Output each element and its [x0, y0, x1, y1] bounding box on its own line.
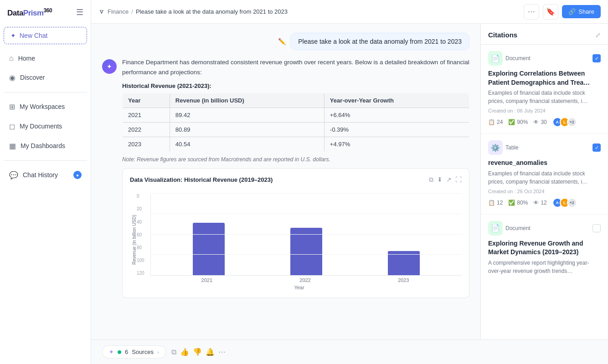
- bar[interactable]: [193, 223, 225, 275]
- citation-card-header: 📄 Document: [488, 221, 601, 236]
- pages-icon: 📋: [488, 200, 495, 206]
- chart-copy-icon[interactable]: ⧉: [429, 176, 433, 184]
- chart-expand-icon[interactable]: ⛶: [455, 176, 462, 184]
- x-label: 2022: [256, 277, 355, 283]
- citation-checkbox[interactable]: ✓: [593, 144, 601, 152]
- bar-group: [258, 228, 355, 275]
- citations-header: Citations ⤢: [481, 24, 608, 45]
- sources-pill[interactable]: ✦ 6 Sources ›: [102, 345, 166, 359]
- citation-card: ⚙️ Table ✓ revenue_anomalies Examples of…: [481, 134, 608, 215]
- sources-label: Sources: [132, 349, 154, 355]
- citation-type-label: Document: [505, 225, 531, 231]
- new-chat-button[interactable]: ✦ New Chat: [4, 27, 87, 44]
- citations-panel: Citations ⤢ 📄 Document ✓ Exploring Corre…: [480, 24, 608, 339]
- share-icon: 🔗: [568, 8, 576, 15]
- sidebar-item-documents[interactable]: ◻ My Documents: [4, 118, 87, 135]
- citation-views: 👁 30: [533, 119, 546, 125]
- citations-list: 📄 Document ✓ Exploring Correlations Betw…: [481, 45, 608, 284]
- citation-title: Exploring Correlations Between Patient D…: [488, 69, 601, 87]
- citation-card: 📄 Document ✓ Exploring Correlations Betw…: [481, 45, 608, 134]
- chart-download-icon[interactable]: ⬇: [437, 176, 443, 184]
- citation-desc: Examples of financial data include stock…: [488, 169, 601, 186]
- x-label: 2021: [158, 277, 256, 283]
- citation-checkbox[interactable]: ✓: [593, 54, 601, 62]
- ai-message: ✦ Finance Department has demonstrated co…: [102, 57, 469, 303]
- citation-avatars: AL +2: [552, 198, 577, 208]
- hamburger-icon[interactable]: ☰: [76, 7, 83, 17]
- home-icon: ⌂: [9, 54, 14, 62]
- more-options-button[interactable]: ⋯: [524, 4, 539, 20]
- thumbdown-button[interactable]: 👎: [193, 348, 202, 356]
- revenue-table: Year Revenue (in billion USD) Year-over-…: [122, 93, 469, 152]
- x-axis-label: Year: [137, 285, 462, 290]
- y-axis: 120 100 80 60 40 20 0: [137, 194, 150, 276]
- new-chat-icon: ✦: [10, 32, 16, 39]
- breadcrumb: ⛛ Finance / Please take a look at the da…: [98, 8, 288, 15]
- citation-title: revenue_anomalies: [488, 159, 601, 168]
- thumbup-button[interactable]: 👍: [180, 348, 189, 356]
- sidebar-item-discover[interactable]: ◉ Discover: [4, 69, 87, 87]
- sources-count: 6: [125, 349, 128, 355]
- sidebar-item-home[interactable]: ⌂ Home: [4, 50, 87, 67]
- chart-export-icon[interactable]: ↗: [446, 176, 452, 184]
- citation-card-header: ⚙️ Table ✓: [488, 140, 601, 155]
- chart-actions: ⧉ ⬇ ↗ ⛶: [429, 176, 462, 184]
- citation-type: 📄 Document: [488, 221, 531, 236]
- citation-type-icon: 📄: [488, 221, 503, 236]
- bar[interactable]: [290, 228, 322, 275]
- sidebar-item-dashboards[interactable]: ▦ My Dashboards: [4, 137, 87, 155]
- citation-meta: 📋 12 ✅ 80% 👁 12 AL +2: [488, 198, 601, 208]
- sources-bar: ✦ 6 Sources › ⧉ 👍 👎 🔔 ⋯: [102, 345, 597, 359]
- table-note: Note: Revenue figures are sourced from M…: [122, 156, 469, 163]
- sidebar-item-workspaces[interactable]: ⊞ My Workspaces: [4, 98, 87, 116]
- accuracy-icon: ✅: [508, 200, 515, 206]
- citations-title: Citations: [488, 31, 517, 39]
- more-footer-button[interactable]: ⋯: [218, 348, 226, 356]
- breadcrumb-separator: /: [131, 8, 133, 15]
- sidebar-item-chat-history[interactable]: 💬 Chat History ●: [4, 166, 87, 184]
- citations-expand-button[interactable]: ⤢: [595, 31, 601, 39]
- sources-spark-icon: ✦: [109, 349, 114, 355]
- bar[interactable]: [388, 251, 420, 275]
- discover-icon: ◉: [9, 73, 15, 82]
- breadcrumb-current: Please take a look at the data anomaly f…: [136, 8, 288, 15]
- y-axis-label: Revenue (in billion USD): [130, 189, 137, 290]
- citation-type-icon: ⚙️: [488, 140, 503, 155]
- table-header-year: Year: [123, 93, 170, 108]
- chat-area: ✏️ Please take a look at the data anomal…: [91, 24, 608, 339]
- bars-area: [150, 194, 462, 276]
- citation-title: Exploring Revenue Growth and Market Dyna…: [488, 239, 601, 257]
- citation-desc: Examples of financial data include stock…: [488, 89, 601, 105]
- copy-button[interactable]: ⧉: [171, 348, 176, 356]
- citation-type: ⚙️ Table: [488, 140, 519, 155]
- edit-message-icon[interactable]: ✏️: [278, 38, 286, 45]
- citation-accuracy: ✅ 90%: [508, 119, 528, 125]
- share-button[interactable]: 🔗 Share: [562, 5, 601, 18]
- chat-footer: ✦ 6 Sources › ⧉ 👍 👎 🔔 ⋯: [91, 339, 608, 364]
- avatar-overflow: +2: [567, 117, 577, 127]
- ai-intro-text: Finance Department has demonstrated cons…: [122, 57, 469, 77]
- bell-button[interactable]: 🔔: [206, 348, 215, 356]
- citation-type: 📄 Document: [488, 51, 531, 66]
- citation-meta: 📋 24 ✅ 90% 👁 30 AL +2: [488, 117, 601, 127]
- chart-card: Data Visualization: Historical Revenue (…: [122, 168, 469, 298]
- sources-dot: [118, 350, 121, 354]
- chart-body: Revenue (in billion USD) 120 100 80 60: [130, 189, 462, 290]
- documents-icon: ◻: [9, 122, 15, 131]
- citation-type-icon: 📄: [488, 51, 503, 66]
- topbar-actions: ⋯ 🔖 🔗 Share: [524, 4, 601, 20]
- citation-date: Created on : 06 July 2024: [488, 108, 601, 113]
- sources-chevron-icon: ›: [157, 349, 159, 355]
- nav-divider: [4, 92, 87, 92]
- bookmark-button[interactable]: 🔖: [543, 4, 558, 20]
- citation-pages: 📋 12: [488, 200, 503, 206]
- table-header-growth: Year-over-Year Growth: [324, 93, 469, 108]
- new-chat-label: New Chat: [20, 32, 47, 39]
- citation-views: 👁 12: [533, 200, 546, 206]
- x-label: 2023: [354, 277, 453, 283]
- citation-checkbox[interactable]: [593, 224, 601, 232]
- table-title: Historical Revenue (2021-2023):: [122, 82, 469, 89]
- chart-title: Data Visualization: Historical Revenue (…: [130, 176, 273, 183]
- table-row: 202280.89-0.39%: [123, 123, 469, 137]
- breadcrumb-home-icon: ⛛: [98, 8, 105, 15]
